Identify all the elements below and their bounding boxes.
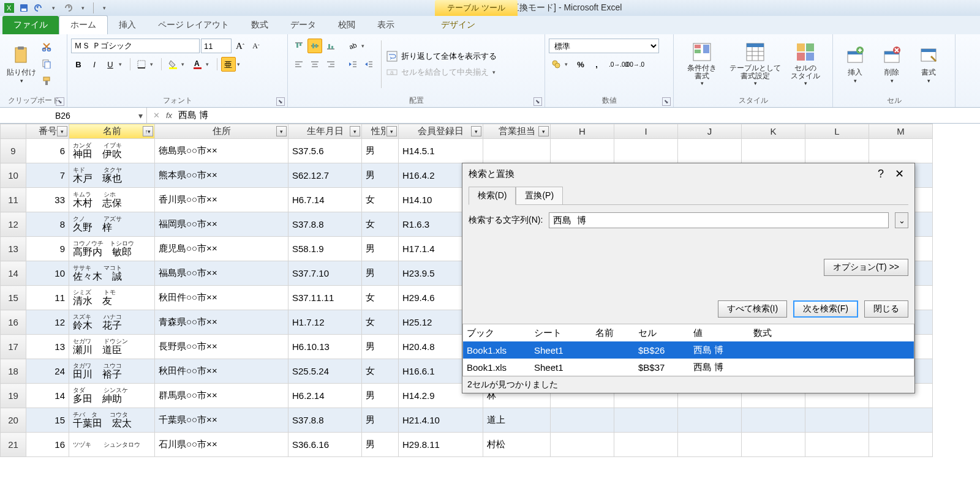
find-next-button[interactable]: 次を検索(F) bbox=[793, 300, 858, 318]
cell[interactable]: 男 bbox=[362, 384, 399, 408]
number-format-select[interactable]: 標準 bbox=[549, 39, 659, 53]
row-header-15[interactable]: 15 bbox=[1, 286, 26, 310]
row-header-18[interactable]: 18 bbox=[1, 359, 26, 384]
cell[interactable]: チバ タ コウタ千葉田 宏太 bbox=[69, 408, 155, 433]
filter-btn-B[interactable]: ↑▾ bbox=[143, 126, 153, 136]
cell[interactable] bbox=[678, 433, 742, 457]
cell[interactable]: 男 bbox=[362, 163, 399, 188]
cell[interactable]: S62.12.7 bbox=[288, 163, 362, 188]
insert-cells-button[interactable]: 挿入▾ bbox=[837, 37, 873, 92]
cell[interactable]: 9 bbox=[26, 237, 69, 261]
cell[interactable]: 15 bbox=[26, 408, 69, 433]
cell[interactable]: 11 bbox=[26, 286, 69, 310]
cell[interactable]: 福岡県○○市×× bbox=[155, 212, 288, 237]
cell[interactable]: 女 bbox=[362, 359, 399, 384]
tab-formulas[interactable]: 数式 bbox=[240, 16, 279, 34]
column-header-I[interactable]: I bbox=[614, 124, 678, 139]
italic-button[interactable]: I bbox=[87, 57, 102, 72]
column-header-C[interactable]: 住所▾ bbox=[155, 124, 288, 139]
cell[interactable] bbox=[614, 433, 678, 457]
merge-center-button[interactable]: a セルを結合して中央揃え ▾ bbox=[386, 67, 500, 78]
cell[interactable]: クノ アズサ久野 梓 bbox=[69, 212, 155, 237]
font-color-dropdown[interactable]: ▾ bbox=[206, 61, 213, 67]
cell[interactable]: S37.8.8 bbox=[288, 212, 362, 237]
cell[interactable]: 長野県○○市×× bbox=[155, 335, 288, 359]
format-as-table-button[interactable]: テーブルとして 書式設定▾ bbox=[726, 37, 784, 92]
increase-font-icon[interactable]: Aˆ bbox=[233, 39, 247, 53]
percent-icon[interactable]: % bbox=[573, 57, 588, 72]
cell[interactable]: セガワ ドウシン瀬川 道臣 bbox=[69, 335, 155, 359]
align-left-icon[interactable] bbox=[292, 57, 306, 72]
name-box-dropdown[interactable]: ▾ bbox=[138, 111, 143, 121]
cell[interactable] bbox=[678, 139, 742, 163]
conditional-format-button[interactable]: 条件付き 書式▾ bbox=[677, 37, 726, 92]
underline-button[interactable]: U bbox=[103, 57, 118, 72]
dialog-help-icon[interactable]: ? bbox=[872, 168, 890, 181]
cell[interactable]: キムラ シホ木村 志保 bbox=[69, 188, 155, 212]
replace-tab[interactable]: 置換(P) bbox=[516, 187, 563, 205]
row-header-21[interactable]: 21 bbox=[1, 433, 26, 457]
cell[interactable]: 秋田件○○市×× bbox=[155, 286, 288, 310]
cell[interactable]: 徳島県○○市×× bbox=[155, 139, 288, 163]
dialog-close-icon[interactable]: ✕ bbox=[890, 167, 908, 181]
underline-dropdown[interactable]: ▾ bbox=[119, 61, 126, 67]
cell[interactable]: 12 bbox=[26, 310, 69, 335]
cell[interactable]: スズキ ハナコ鈴木 花子 bbox=[69, 310, 155, 335]
cell[interactable]: H21.4.10 bbox=[399, 408, 483, 433]
tab-review[interactable]: 校閲 bbox=[327, 16, 366, 34]
font-launcher[interactable]: ⬊ bbox=[276, 97, 285, 106]
filter-btn-G[interactable]: ▾ bbox=[538, 126, 549, 136]
cell-styles-button[interactable]: セルの スタイル▾ bbox=[784, 37, 827, 92]
select-all-corner[interactable] bbox=[1, 124, 26, 139]
column-header-A[interactable]: 番号▾ bbox=[26, 124, 69, 139]
close-button[interactable]: 閉じる bbox=[864, 300, 908, 318]
cell[interactable]: 男 bbox=[362, 261, 399, 286]
cell[interactable]: 16 bbox=[26, 433, 69, 457]
row-header-20[interactable]: 20 bbox=[1, 408, 26, 433]
currency-dropdown[interactable]: ▾ bbox=[565, 61, 572, 67]
cell[interactable]: 女 bbox=[362, 310, 399, 335]
tab-file[interactable]: ファイル bbox=[2, 16, 59, 34]
cell[interactable]: 男 bbox=[362, 433, 399, 457]
comma-icon[interactable]: , bbox=[589, 57, 604, 72]
increase-indent-icon[interactable] bbox=[361, 57, 376, 72]
filter-btn-A[interactable]: ▾ bbox=[57, 126, 67, 136]
cell[interactable] bbox=[805, 433, 869, 457]
fill-color-icon[interactable] bbox=[165, 57, 180, 72]
cell[interactable] bbox=[869, 433, 933, 457]
column-header-G[interactable]: 営業担当▾ bbox=[483, 124, 551, 139]
row-header-12[interactable]: 12 bbox=[1, 212, 26, 237]
cell[interactable]: 13 bbox=[26, 335, 69, 359]
cell[interactable]: ササキ マコト佐々木 誠 bbox=[69, 261, 155, 286]
column-header-H[interactable]: H bbox=[551, 124, 614, 139]
phonetic-icon[interactable]: 亜 bbox=[221, 57, 236, 72]
currency-icon[interactable] bbox=[549, 57, 564, 72]
font-size-select[interactable] bbox=[201, 39, 232, 53]
orientation-icon[interactable]: ab bbox=[345, 39, 360, 53]
find-what-input[interactable] bbox=[549, 212, 889, 228]
column-header-M[interactable]: M bbox=[869, 124, 933, 139]
find-history-dropdown[interactable]: ⌄ bbox=[895, 212, 908, 228]
tab-data[interactable]: データ bbox=[279, 16, 327, 34]
filter-btn-C[interactable]: ▾ bbox=[276, 126, 287, 136]
redo-icon[interactable] bbox=[61, 2, 75, 14]
align-right-icon[interactable] bbox=[323, 57, 338, 72]
cell[interactable]: ツヅキ シュンタロウ bbox=[69, 433, 155, 457]
cell[interactable]: H29.8.11 bbox=[399, 433, 483, 457]
clipboard-launcher[interactable]: ⬊ bbox=[56, 97, 64, 106]
cell[interactable]: 女 bbox=[362, 286, 399, 310]
cell[interactable]: コウノウチ トシロウ高野内 敏郎 bbox=[69, 237, 155, 261]
row-header-13[interactable]: 13 bbox=[1, 237, 26, 261]
decrease-indent-icon[interactable] bbox=[345, 57, 360, 72]
cell[interactable]: 男 bbox=[362, 335, 399, 359]
cell[interactable] bbox=[614, 408, 678, 433]
copy-icon[interactable] bbox=[39, 56, 54, 71]
row-header-16[interactable]: 16 bbox=[1, 310, 26, 335]
cell[interactable]: S25.5.24 bbox=[288, 359, 362, 384]
cell[interactable]: 6 bbox=[26, 139, 69, 163]
wrap-text-button[interactable]: 折り返して全体を表示する bbox=[386, 51, 500, 62]
align-center-icon[interactable] bbox=[307, 57, 322, 72]
cell[interactable]: H6.7.14 bbox=[288, 188, 362, 212]
phonetic-dropdown[interactable]: ▾ bbox=[237, 61, 244, 67]
cell[interactable]: 村松 bbox=[483, 433, 551, 457]
